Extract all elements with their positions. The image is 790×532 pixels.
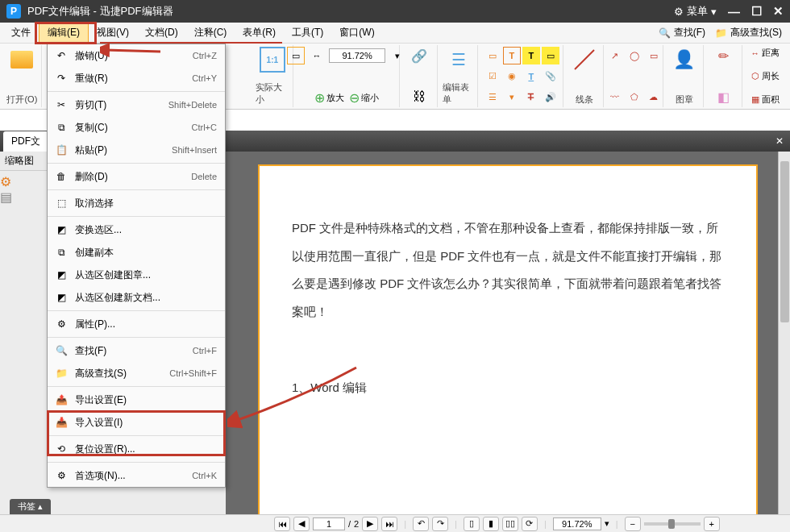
page-input[interactable] [313,517,345,530]
menu-item[interactable]: ◩从选区创建图章... [48,264,225,286]
last-page-button[interactable]: ⏭ [381,517,397,531]
zoom-input[interactable] [329,48,385,63]
advanced-find-button[interactable]: 📁 高级查找(S) [710,24,787,41]
zoom-in-button[interactable]: ⊕放大 [314,90,344,106]
menu-view[interactable]: 视图(V) [89,23,137,43]
text-field-icon[interactable]: ▭ [484,47,501,64]
attach-icon[interactable]: 📎 [542,68,559,85]
zoom-out-status[interactable]: − [625,517,641,531]
fit-page-icon[interactable]: ▭ [287,47,305,64]
bookmarks-tab[interactable]: 书签 ▴ [10,499,51,514]
menu-item[interactable]: ✂剪切(T)Shift+Delete [48,94,225,116]
tool-open[interactable]: 打开(O) [3,45,42,107]
menu-item[interactable]: 🔍查找(F)Ctrl+F [48,339,225,362]
ellipse-icon[interactable]: ◯ [626,47,643,64]
text-tool-icon[interactable]: T [503,47,521,64]
menu-item[interactable]: ⟲复位设置(R)... [48,438,225,460]
menu-item-icon: ◩ [54,222,69,237]
menu-item[interactable]: 📁高级查找(S)Ctrl+Shift+F [48,362,225,384]
menu-window[interactable]: 窗口(W) [331,23,382,43]
menu-item[interactable]: ⚙首选项(N)...Ctrl+K [48,464,225,487]
menu-item[interactable]: ⧉复制(C)Ctrl+C [48,116,225,139]
menu-item-label: 查找(F) [75,344,186,358]
checkbox-icon[interactable]: ☑ [484,68,501,85]
tool-line[interactable]: 线条 [565,45,604,107]
tab-close-icon[interactable]: ✕ [769,135,790,147]
eraser-icon[interactable]: ◧ [714,88,732,106]
vertical-scrollbar[interactable] [778,152,790,532]
zoom-in-status[interactable]: + [704,517,720,531]
cloud-icon[interactable]: ☁ [645,88,663,106]
scrollbar-thumb[interactable] [780,161,789,322]
area-tool[interactable]: ▦面积 [751,94,780,106]
menu-comment[interactable]: 注释(C) [186,23,235,43]
menu-item[interactable]: 📥导入设置(I) [48,411,225,434]
rect-icon[interactable]: ▭ [645,47,663,64]
menu-item[interactable]: ◩变换选区... [48,218,225,241]
document-tab[interactable]: PDF文 [3,131,48,152]
zoom-slider[interactable] [644,522,701,526]
tool-stamp[interactable]: 👤 图章 [665,45,704,107]
menu-item-shortcut: Shift+Delete [168,100,217,110]
single-page-button[interactable]: ▯ [464,517,480,531]
polyline-icon[interactable]: 〰 [606,88,624,106]
pdf-page[interactable]: PDF 文件是种特殊格式的文档，不管在那种设备上查看，都能保持排版一致，所以使用… [258,164,758,532]
menu-item-icon: 📁 [54,366,69,380]
perimeter-tool[interactable]: ⬡周长 [751,70,780,82]
break-link-icon[interactable]: ⛓ [410,88,428,106]
sound-icon[interactable]: 🔊 [542,88,559,106]
maximize-button[interactable]: ☐ [751,4,762,19]
first-page-button[interactable]: ⏮ [274,517,290,531]
link-icon[interactable]: 🔗 [410,47,428,64]
rotate-button[interactable]: ⟳ [522,517,538,531]
tool-link-group: 🔗 ⛓ [401,45,439,107]
sidebar-thumbnails-icon[interactable]: ▤ [0,189,35,205]
menu-item[interactable]: ⚙属性(P)... [48,313,225,335]
next-page-button[interactable]: ▶ [362,517,378,531]
menu-file[interactable]: 文件 [3,23,39,43]
menu-item-label: 导入设置(I) [75,416,210,430]
fit-width-icon[interactable]: ↔ [308,47,326,64]
menu-edit[interactable]: 编辑(E) [39,22,89,44]
pencil-icon[interactable]: ✏ [714,47,732,64]
underline-t-icon[interactable]: T [522,68,540,85]
statusbar: ⏮ ◀ / 2 ▶ ⏭ | ↶ ↷ | ▯ ▮ ▯▯ ⟳ | ▾ | − + [0,514,790,532]
polygon-icon[interactable]: ⬠ [626,88,643,106]
zoom-slider-thumb[interactable] [668,519,675,529]
radio-icon[interactable]: ◉ [503,68,521,85]
distance-tool[interactable]: ↔距离 [750,47,780,59]
zoom-dropdown-icon[interactable]: ▾ [605,518,609,529]
tool-form-fields: ▭ T T ▭ ☑ ◉ T 📎 ☰ ▾ T̶ 🔊 [480,45,563,107]
nav-back-button[interactable]: ↶ [413,517,429,531]
highlight-tool-icon[interactable]: T [522,47,540,64]
combo-icon[interactable]: ▾ [503,88,521,106]
zoom-out-button[interactable]: ⊖缩小 [349,90,379,106]
menu-item[interactable]: ⬚取消选择 [48,192,225,214]
main-menu-button[interactable]: ⚙ 菜单 ▾ [674,4,717,19]
close-button[interactable]: ✕ [773,4,784,19]
continuous-button[interactable]: ▮ [483,517,499,531]
menu-item[interactable]: ↷重做(R)Ctrl+Y [48,67,225,89]
arrow-shape-icon[interactable]: ↗ [606,47,624,64]
prev-page-button[interactable]: ◀ [293,517,310,531]
two-page-button[interactable]: ▯▯ [502,517,518,531]
menu-form[interactable]: 表单(R) [235,23,284,43]
menu-item[interactable]: 🗑删除(D)Delete [48,165,225,188]
sidebar-settings-icon[interactable]: ⚙ [0,174,35,189]
menu-item[interactable]: ↶撤销(U)Ctrl+Z [48,44,225,67]
minimize-button[interactable]: — [728,5,740,19]
menu-item[interactable]: 📋粘贴(P)Shift+Insert [48,139,225,161]
status-zoom-input[interactable] [553,517,601,530]
menu-item[interactable]: ◩从选区创建新文档... [48,286,225,309]
window-title: PDF文件编辑 - 迅捷PDF编辑器 [27,4,674,19]
find-button[interactable]: 🔍 查找(F) [654,24,710,41]
menu-tool[interactable]: 工具(T) [284,23,331,43]
menu-item[interactable]: ⧉创建副本 [48,241,225,264]
list-icon[interactable]: ☰ [484,88,501,106]
note-tool-icon[interactable]: ▭ [542,47,559,64]
menu-item[interactable]: 📤导出设置(E) [48,389,225,411]
strike-t-icon[interactable]: T̶ [522,88,540,106]
nav-fwd-button[interactable]: ↷ [432,517,448,531]
menu-document[interactable]: 文档(D) [137,23,186,43]
tool-edit-form[interactable]: ☰ 编辑表单 [439,45,478,107]
